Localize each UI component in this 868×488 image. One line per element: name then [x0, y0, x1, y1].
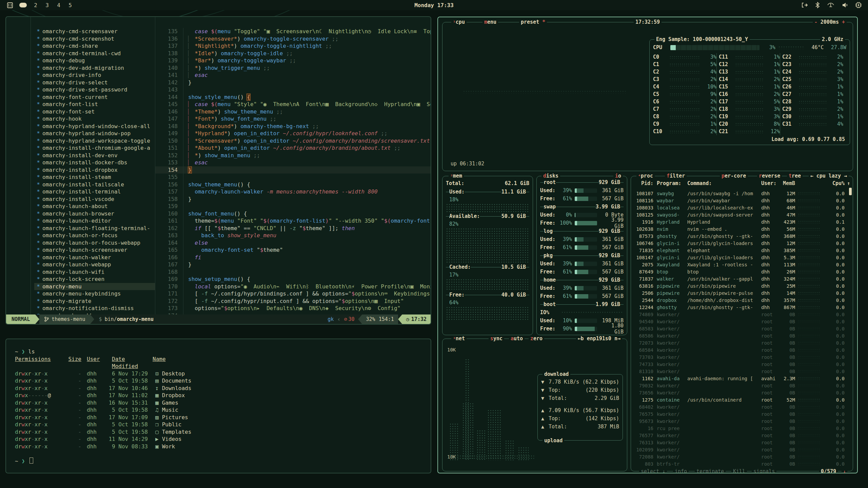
file-item[interactable]: * omarchy-migrate — [34, 298, 155, 305]
prompt-line-current[interactable]: ~❯ — [15, 458, 431, 465]
process-row[interactable]: 71837 walker /usr/bin/walker --gappl dhh… — [634, 275, 850, 282]
file-item[interactable]: * omarchy-launch-or-focus-webapp — [34, 239, 155, 247]
process-row[interactable]: 2544 dropbox /home/dhh/.dropbox-dist dhh… — [634, 297, 850, 304]
net-auto-button[interactable]: auto — [509, 335, 525, 342]
file-item[interactable]: * omarchy-launch-about — [34, 203, 155, 210]
file-item[interactable]: * omarchy-launch-or-focus — [34, 232, 155, 239]
file-item[interactable]: * omarchy-install-vscode — [34, 196, 155, 203]
file-item[interactable]: * omarchy-launch-floating-terminal- — [34, 225, 155, 232]
process-row[interactable]: 72088 kworker/ root 0B 0.0 — [634, 453, 850, 460]
process-row[interactable]: 1275 containe /usr/bin/containerd root 5… — [634, 396, 850, 403]
file-item[interactable]: * omarchy-launch-walker — [34, 254, 155, 261]
process-row[interactable]: 1162 avahi-da avahi-daemon: running [ av… — [634, 375, 850, 382]
screencast-icon[interactable] — [801, 2, 808, 8]
workspace-number[interactable]: 2 — [33, 2, 38, 8]
window-icon[interactable] — [7, 2, 13, 8]
file-item[interactable]: * omarchy-cmd-share — [34, 42, 155, 50]
workspace-number[interactable]: 5 — [67, 2, 73, 8]
net-zero-button[interactable]: zero — [529, 335, 544, 342]
file-item[interactable]: * omarchy-hyprland-window-pop — [34, 130, 155, 137]
process-row[interactable]: 2075 Xwayland Xwayland :1 -rootless - dh… — [634, 261, 850, 268]
process-row[interactable]: 95673 kworker/ root 0B 0.0 — [634, 418, 850, 425]
info-action[interactable]: info — [673, 468, 689, 473]
memory-panel-title[interactable]: ²mem — [449, 172, 464, 180]
volume-icon[interactable] — [842, 2, 848, 8]
sort-selector[interactable]: ← cpu lazy → — [809, 172, 849, 179]
diagnostics-count[interactable]: ⊘30 — [340, 314, 358, 324]
process-row[interactable]: 76577 kworker/ root 0B 0.0 — [634, 432, 850, 439]
workspace-number[interactable]: 4 — [56, 2, 61, 8]
proc-scrollbar-thumb[interactable] — [849, 188, 852, 195]
io-toggle[interactable]: io — [613, 172, 623, 179]
file-item[interactable]: * omarchy-install-dropbox — [34, 166, 155, 174]
menu-button[interactable]: menu — [482, 19, 498, 25]
process-row[interactable]: 106746 glycin-i /usr/lib/glycin-loaders … — [634, 240, 850, 247]
bluetooth-icon[interactable] — [815, 2, 820, 8]
file-item[interactable]: * omarchy-install-dev-env — [34, 152, 155, 159]
process-row[interactable]: 81310 kworker/ root 0B 0.0 — [634, 368, 850, 375]
select-action[interactable]: select ↓ — [639, 468, 667, 473]
process-row[interactable]: 73656 kworker/ root 0B 0.0 — [634, 389, 850, 396]
process-row[interactable]: 71835 elephant elephant dhh 385M 0.0 — [634, 247, 850, 254]
file-item[interactable]: * omarchy-hyprland-workspace-toggle — [34, 137, 155, 145]
file-item[interactable]: * omarchy-font-current — [34, 94, 155, 101]
terminal-window[interactable]: ~❯ls Permissions Size User Date Modified… — [5, 339, 431, 473]
file-item[interactable]: * omarchy-drive-select — [34, 79, 155, 86]
filter-button[interactable]: filter — [665, 172, 687, 179]
reverse-toggle[interactable]: reverse — [757, 172, 782, 179]
process-row[interactable]: 16 rcu_pree root 0B 0.0 — [634, 425, 850, 432]
process-row[interactable]: 108116 waybar /usr/bin/waybar dhh 68M 0.… — [634, 197, 850, 204]
process-row[interactable]: 74869 kworker/ root 0B 0.0 — [634, 311, 850, 318]
file-item[interactable]: * omarchy-launch-screensaver — [34, 246, 155, 254]
file-item[interactable]: * omarchy-menu-keybindings — [34, 290, 155, 298]
file-item[interactable]: * omarchy-install-chromium-google-a — [34, 144, 155, 152]
wifi-icon[interactable] — [827, 2, 835, 8]
process-row[interactable]: 74733 kworker/ root 0B 0.0 — [634, 361, 850, 368]
file-item[interactable]: * omarchy-drive-info — [34, 72, 155, 79]
system-monitor-window[interactable]: ¹cpu menu preset * 17:32:59 - 2000ms + E… — [437, 17, 858, 473]
file-item[interactable]: * omarchy-launch-webapp — [34, 261, 155, 268]
per-core-toggle[interactable]: per-core — [720, 172, 748, 179]
file-item[interactable]: * omarchy-dev-add-migration — [34, 64, 155, 72]
workspace-number[interactable]: 3 — [44, 2, 50, 8]
file-item[interactable]: * omarchy-hyprland-window-close-all — [34, 123, 155, 130]
process-row[interactable]: 79032 kworker/ root 0B 0.0 — [634, 382, 850, 389]
file-item[interactable]: * omarchy-install-steam — [34, 174, 155, 181]
neovim-window[interactable]: * omarchy-cmd-screensaver * omarchy-cmd-… — [5, 16, 431, 325]
file-item[interactable]: * omarchy-launch-wifi — [34, 268, 155, 276]
cpu-panel-title[interactable]: ¹cpu — [451, 19, 467, 26]
process-row[interactable]: 68402 kworker/ root 0B 0.0 — [634, 403, 850, 410]
process-row[interactable]: 68586 kworker/ root 0B 0.0 — [634, 332, 850, 339]
process-row[interactable]: 72073 kworker/ root 0B 0.0 — [634, 339, 850, 346]
process-row[interactable]: 108107 swaybg /usr/bin/swaybg -i /hom dh… — [634, 190, 850, 197]
process-row[interactable]: 94540 kworker/ root 0B 0.0 — [634, 318, 850, 325]
file-item[interactable]: * omarchy-cmd-terminal-cwd — [34, 50, 155, 57]
file-item[interactable]: * omarchy-launch-editor — [34, 217, 155, 225]
file-item[interactable]: * omarchy-hook — [34, 115, 155, 123]
disks-panel-title[interactable]: disks — [541, 172, 560, 179]
file-explorer[interactable]: * omarchy-cmd-screensaver * omarchy-cmd-… — [6, 17, 155, 314]
process-row[interactable]: 87573 ghostty /usr/bin/ghostty --gtk- dh… — [634, 232, 850, 240]
signals-action[interactable]: signals — [752, 468, 776, 473]
process-row[interactable]: 87649 btop btop dhh 26M 0.0 — [634, 268, 850, 275]
file-item[interactable]: * omarchy-install-docker-dbs — [34, 159, 155, 166]
process-row[interactable]: 102099 kworker/ root 0B 0.0 — [634, 446, 850, 453]
file-item[interactable]: * omarchy-cmd-screenshot — [34, 35, 155, 43]
file-item[interactable]: * omarchy-launch-browser — [34, 210, 155, 218]
process-row[interactable]: 68583 kworker/ root 0B 0.0 — [634, 325, 850, 332]
process-row[interactable]: 1916 Hyprland Hyprland dhh 423M 0.1 — [634, 218, 850, 225]
net-interface[interactable]: ←b enp191s0 n→ — [576, 335, 622, 342]
file-item[interactable]: * omarchy-cmd-screensaver — [34, 28, 155, 35]
scroll-down-icon[interactable]: ↓ — [842, 469, 847, 473]
process-row[interactable]: 73703 kworker/ root 0B 0.0 — [634, 353, 850, 361]
preset-button[interactable]: preset * — [519, 19, 547, 25]
workspace-1-active[interactable] — [19, 3, 27, 7]
file-item[interactable]: * omarchy-pkg-add — [34, 312, 155, 315]
process-row[interactable]: 63816 pipewire /usr/bin/pipewire dhh 25M… — [634, 282, 850, 289]
clock[interactable]: Monday 17:33 — [414, 2, 454, 8]
file-item[interactable]: * omarchy-drive-set-password — [34, 86, 155, 94]
process-row[interactable]: 102638 nvim nvim --embed . dhh 56M 0.0 — [634, 225, 850, 232]
file-item[interactable]: * omarchy-menu — [34, 283, 155, 290]
file-item[interactable]: * omarchy-install-terminal — [34, 188, 155, 196]
terminate-action[interactable]: terminate — [695, 468, 726, 473]
